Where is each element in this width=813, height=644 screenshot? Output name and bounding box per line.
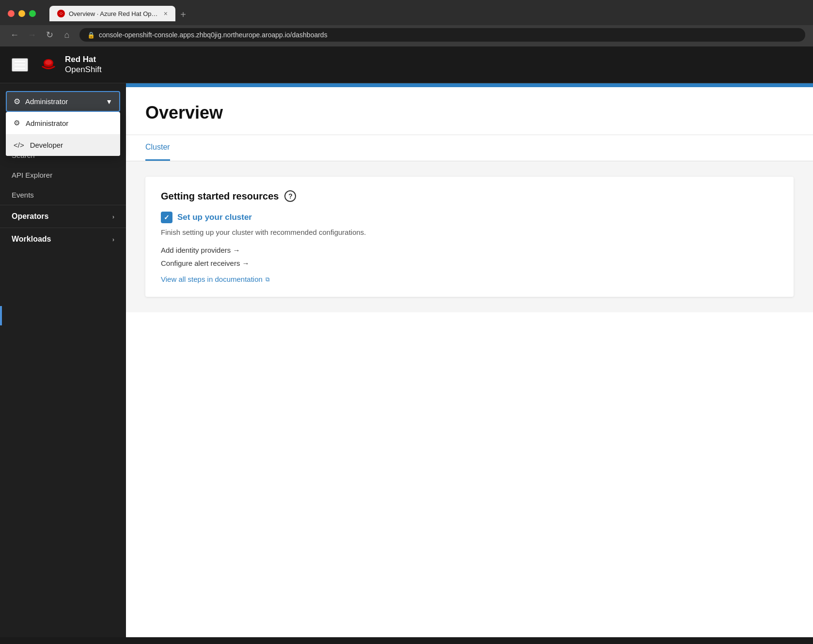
perspective-chevron-down-icon: ▼ [106,98,112,106]
minimize-button[interactable] [18,10,25,17]
doc-link-text: View all steps in documentation [161,275,263,283]
add-identity-providers-link[interactable]: Add identity providers → [161,246,778,254]
sidebar-nav: Projects Search API Explorer Events Oper… [0,125,126,637]
dropdown-item-administrator[interactable]: ⚙ Administrator [6,112,120,134]
tab-title: Overview · Azure Red Hat Ope... [69,10,160,17]
sidebar-active-indicator [0,306,2,325]
maximize-button[interactable] [29,10,36,17]
back-button[interactable]: ← [8,28,21,42]
refresh-button[interactable]: ↻ [43,28,56,42]
configure-alert-receivers-link[interactable]: Configure alert receivers → [161,259,778,267]
app-container: Red Hat OpenShift ⚙ Administrator ▼ ⚙ Ad… [0,46,813,637]
home-button[interactable]: ⌂ [60,28,74,42]
svg-point-2 [45,60,52,65]
getting-started-card: Getting started resources ? ✓ Set up you… [145,177,794,297]
perspective-dropdown: ⚙ Administrator </> Developer [6,112,120,156]
brand-logo: Red Hat OpenShift [38,55,102,75]
sidebar-section-operators[interactable]: Operators › [0,205,126,228]
main-content: Getting started resources ? ✓ Set up you… [126,161,813,312]
sidebar-operators-label: Operators [12,212,48,221]
lock-icon: 🔒 [87,31,95,39]
active-tab[interactable]: Overview · Azure Red Hat Ope... × [49,6,175,21]
page-title-area: Overview [126,87,813,135]
main-area: ⚙ Administrator ▼ ⚙ Administrator </> De… [0,83,813,637]
top-navbar: Red Hat OpenShift [0,46,813,83]
sidebar-section-workloads[interactable]: Workloads › [0,228,126,250]
perspective-selector[interactable]: ⚙ Administrator ▼ ⚙ Administrator </> De… [6,91,120,112]
brand-sub: OpenShift [65,65,102,75]
tab-close-button[interactable]: × [164,10,168,17]
cluster-desc: Finish setting up your cluster with reco… [161,228,778,236]
content-area: Overview Cluster Getting started resourc… [126,83,813,637]
workloads-chevron-right-icon: › [112,236,114,243]
perspective-gear-icon: ⚙ [14,97,20,106]
developer-code-icon: </> [14,141,24,149]
sidebar-item-api-explorer[interactable]: API Explorer [0,165,126,185]
card-title-row: Getting started resources ? [161,190,778,202]
address-text: console-openshift-console.apps.zhbq0jig.… [99,31,797,39]
brand-text: Red Hat OpenShift [65,55,102,75]
content-inner: Overview Cluster Getting started resourc… [126,87,813,637]
external-link-icon: ⧉ [266,276,270,283]
tab-bar: Overview · Azure Red Hat Ope... × + [42,6,198,21]
browser-chrome: Overview · Azure Red Hat Ope... × + ← → … [0,0,813,46]
administrator-gear-icon: ⚙ [14,119,20,127]
dropdown-item-developer[interactable]: </> Developer [6,134,120,156]
tabs-area: Cluster [126,135,813,161]
sidebar-workloads-label: Workloads [12,235,51,244]
nav-buttons: ← → ↻ ⌂ [8,28,74,42]
title-bar: Overview · Azure Red Hat Ope... × + [0,0,813,25]
address-bar-row: ← → ↻ ⌂ 🔒 console-openshift-console.apps… [0,25,813,46]
dropdown-developer-label: Developer [30,141,63,149]
red-hat-logo-icon [38,56,59,74]
check-icon: ✓ [161,212,172,223]
operators-chevron-right-icon: › [112,213,114,220]
tab-cluster[interactable]: Cluster [145,135,170,161]
content-header-bar [126,83,813,87]
hamburger-menu-button[interactable] [12,58,28,72]
address-bar[interactable]: 🔒 console-openshift-console.apps.zhbq0ji… [79,28,805,42]
sidebar-api-explorer-label: API Explorer [12,171,52,179]
brand-name: Red Hat [65,55,102,64]
setup-cluster-link[interactable]: Set up your cluster [177,213,252,222]
tab-favicon [57,10,65,17]
page-title: Overview [145,103,794,123]
sidebar-item-events[interactable]: Events [0,185,126,205]
close-button[interactable] [8,10,15,17]
card-title: Getting started resources [161,191,279,202]
perspective-label: Administrator [25,97,106,106]
sidebar: ⚙ Administrator ▼ ⚙ Administrator </> De… [0,83,126,637]
forward-button[interactable]: → [25,28,39,42]
new-tab-button[interactable]: + [176,8,190,21]
setup-cluster-row: ✓ Set up your cluster [161,212,778,223]
help-icon[interactable]: ? [284,190,296,202]
dropdown-administrator-label: Administrator [26,119,68,127]
traffic-lights [8,10,36,17]
view-all-steps-link[interactable]: View all steps in documentation ⧉ [161,275,778,283]
sidebar-events-label: Events [12,191,34,199]
